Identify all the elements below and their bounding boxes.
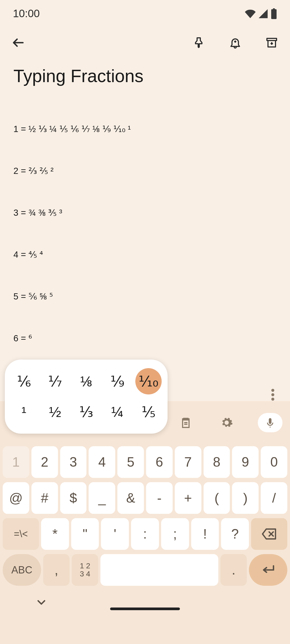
note-line: 4 = ⅘ ⁴ xyxy=(13,248,277,262)
key-0[interactable]: 0 xyxy=(261,446,287,478)
more-options-button[interactable] xyxy=(263,385,282,404)
key-plus[interactable]: + xyxy=(175,482,201,514)
key-paren-open[interactable]: ( xyxy=(204,482,230,514)
note-line: 2 = ⅔ ⅖ ² xyxy=(13,164,277,178)
status-icons xyxy=(245,8,277,19)
key-colon[interactable]: : xyxy=(131,518,159,550)
key-ampersand[interactable]: & xyxy=(117,482,144,514)
archive-button[interactable] xyxy=(262,33,281,52)
fraction-option[interactable]: ⅕ xyxy=(135,399,162,425)
fraction-option[interactable]: ½ xyxy=(42,399,68,425)
svg-point-2 xyxy=(271,398,274,401)
key-underscore[interactable]: _ xyxy=(89,482,115,514)
key-dquote[interactable]: " xyxy=(71,518,99,550)
fraction-option[interactable]: ¼ xyxy=(104,399,130,425)
backspace-icon xyxy=(262,528,277,540)
note-title[interactable]: Typing Fractions xyxy=(0,58,290,89)
bell-plus-icon xyxy=(229,36,242,49)
key-comma[interactable]: , xyxy=(43,554,70,586)
key-hash[interactable]: # xyxy=(31,482,58,514)
fraction-option-highlighted[interactable]: ⅒ xyxy=(135,368,162,394)
key-slash[interactable]: / xyxy=(261,482,287,514)
chevron-down-icon xyxy=(35,596,48,609)
battery-icon xyxy=(271,8,277,19)
key-symbol-switch[interactable]: =\< xyxy=(3,518,39,550)
note-line: 5 = ⅚ ⅝ ⁵ xyxy=(13,290,277,303)
key-space[interactable] xyxy=(100,554,218,586)
key-numpad-switch[interactable]: 1 2 3 4 xyxy=(72,554,98,586)
back-arrow-icon xyxy=(11,36,25,50)
gear-icon xyxy=(220,416,233,429)
key-minus[interactable]: - xyxy=(146,482,173,514)
cell-signal-icon xyxy=(258,8,269,19)
key-row-4: ABC , 1 2 3 4 . xyxy=(3,554,287,586)
key-2[interactable]: 2 xyxy=(31,446,58,478)
key-row-1: 1 2 3 4 5 6 7 8 9 0 xyxy=(3,446,287,478)
key-5[interactable]: 5 xyxy=(117,446,144,478)
key-4[interactable]: 4 xyxy=(89,446,115,478)
settings-button[interactable] xyxy=(217,413,236,432)
fraction-option[interactable]: ⅐ xyxy=(42,368,68,394)
key-paren-close[interactable]: ) xyxy=(232,482,259,514)
key-3[interactable]: 3 xyxy=(60,446,87,478)
nav-pill[interactable] xyxy=(110,608,180,610)
key-7[interactable]: 7 xyxy=(175,446,201,478)
fraction-popup: ⅙ ⅐ ⅛ ⅑ ⅒ ¹ ½ ⅓ ¼ ⅕ xyxy=(5,360,168,434)
app-bar xyxy=(0,22,290,58)
key-row-2: @ # $ _ & - + ( ) / xyxy=(3,482,287,514)
keyboard: 1 2 3 4 5 6 7 8 9 0 @ # $ _ & - + ( ) / … xyxy=(0,401,290,644)
collapse-keyboard-button[interactable] xyxy=(35,596,48,609)
key-enter[interactable] xyxy=(249,554,287,586)
svg-point-0 xyxy=(271,389,274,392)
voice-input-button[interactable] xyxy=(258,413,282,432)
fraction-option[interactable]: ⅙ xyxy=(11,368,37,394)
clipboard-icon xyxy=(179,416,192,429)
key-at[interactable]: @ xyxy=(3,482,29,514)
key-dollar[interactable]: $ xyxy=(60,482,87,514)
status-bar: 10:00 xyxy=(0,0,290,22)
key-question[interactable]: ? xyxy=(221,518,249,550)
key-abc[interactable]: ABC xyxy=(3,554,41,586)
key-squote[interactable]: ' xyxy=(101,518,129,550)
note-line: 1 = ½ ⅓ ¼ ⅕ ⅙ ⅐ ⅛ ⅑ ⅒ ¹ xyxy=(13,122,277,136)
more-vert-icon xyxy=(271,389,274,401)
svg-point-1 xyxy=(271,393,274,396)
note-line: 3 = ¾ ⅜ ⅗ ³ xyxy=(13,206,277,220)
key-period[interactable]: . xyxy=(220,554,247,586)
key-8[interactable]: 8 xyxy=(204,446,230,478)
system-nav-bar xyxy=(0,590,290,617)
pin-button[interactable] xyxy=(189,33,208,52)
fraction-option[interactable]: ⅓ xyxy=(73,399,99,425)
microphone-icon xyxy=(265,416,276,429)
enter-icon xyxy=(261,565,275,575)
pin-icon xyxy=(192,36,205,49)
reminder-button[interactable] xyxy=(226,33,245,52)
key-9[interactable]: 9 xyxy=(232,446,259,478)
wifi-icon xyxy=(245,8,256,19)
status-time: 10:00 xyxy=(13,8,40,20)
note-line: 6 = ⁶ xyxy=(13,331,277,345)
fraction-option[interactable]: ¹ xyxy=(11,399,37,425)
clipboard-button[interactable] xyxy=(176,413,195,432)
key-star[interactable]: * xyxy=(41,518,69,550)
key-6[interactable]: 6 xyxy=(146,446,173,478)
key-exclaim[interactable]: ! xyxy=(191,518,219,550)
fraction-option[interactable]: ⅑ xyxy=(104,368,130,394)
key-row-3: =\< * " ' : ; ! ? xyxy=(3,518,287,550)
key-1[interactable]: 1 xyxy=(3,446,29,478)
key-backspace[interactable] xyxy=(251,518,287,550)
archive-icon xyxy=(265,36,278,49)
back-button[interactable] xyxy=(9,33,28,52)
key-semicolon[interactable]: ; xyxy=(161,518,189,550)
fraction-option[interactable]: ⅛ xyxy=(73,368,99,394)
